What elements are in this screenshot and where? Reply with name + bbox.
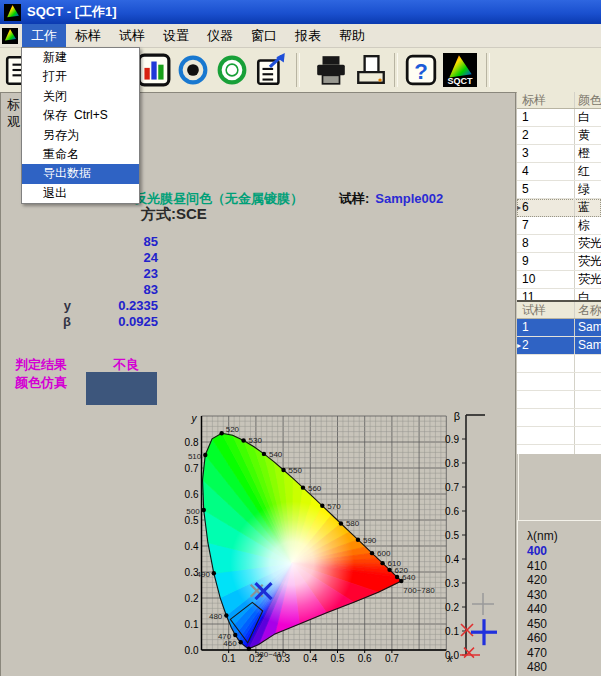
row-name: 白 [578, 109, 590, 126]
export-document-icon [254, 53, 288, 87]
value-number: 23 [144, 266, 158, 281]
svg-text:β: β [454, 410, 460, 422]
menu-item[interactable]: 设置 [154, 24, 198, 48]
table-row[interactable] [517, 391, 601, 409]
menu-item[interactable]: 标样 [66, 24, 110, 48]
current-sample: 试样:Sample002 [339, 190, 443, 208]
svg-text:0.1: 0.1 [185, 619, 199, 630]
menu-item[interactable]: 试样 [110, 24, 154, 48]
right-panel: 标样颜色1白2黄3橙4红5绿▸6蓝7棕8荧光黄9荧光橙10荧光红11白 试样名称… [515, 92, 601, 676]
row-name: 橙 [578, 145, 590, 162]
row-name: 绿 [578, 181, 590, 198]
table-row[interactable]: 1Sample001 [517, 319, 601, 337]
file-menu-item[interactable]: 新建 [22, 48, 139, 67]
svg-text:?: ? [414, 59, 428, 84]
help-button[interactable]: ? [402, 52, 440, 88]
standard-row-label: 标 [7, 96, 20, 114]
wavelength-item[interactable]: 400 [527, 544, 601, 559]
color-simulation-patch [86, 372, 157, 405]
table-row[interactable] [517, 373, 601, 391]
row-number: 标样 [522, 92, 546, 108]
row-name: 黄 [578, 127, 590, 144]
svg-text:580: 580 [346, 519, 360, 528]
table-row[interactable]: 7棕 [517, 217, 601, 235]
svg-text:490: 490 [196, 570, 210, 579]
value-row: 85 [1, 234, 159, 250]
observer-row-label: 观 [7, 113, 20, 131]
svg-text:0.8: 0.8 [185, 437, 199, 448]
file-menu-item[interactable]: 打开 [22, 67, 139, 86]
table-row[interactable]: 11白 [517, 289, 601, 302]
table-row[interactable]: 4红 [517, 163, 601, 181]
row-number: 10 [522, 271, 535, 288]
chart-view-button[interactable] [135, 52, 173, 88]
print-button[interactable] [312, 52, 350, 88]
export-report-button[interactable] [252, 52, 290, 88]
wavelength-item[interactable]: 420 [527, 573, 601, 588]
wavelength-item[interactable]: 430 [527, 588, 601, 603]
table-row[interactable] [517, 445, 601, 454]
table-row[interactable]: ▸6蓝 [517, 199, 601, 217]
table-row[interactable]: ▸2Sample002 [517, 337, 601, 355]
table-row[interactable] [517, 355, 601, 373]
wavelength-item[interactable]: 460 [527, 631, 601, 646]
svg-text:0.9: 0.9 [445, 434, 459, 445]
menu-item[interactable]: 工作 [22, 24, 66, 48]
svg-text:600: 600 [377, 549, 391, 558]
svg-text:470: 470 [218, 632, 232, 641]
svg-text:0.1: 0.1 [445, 626, 459, 637]
value-number: 0.2335 [118, 298, 158, 313]
menu-item[interactable]: 帮助 [330, 24, 374, 48]
row-name: 荧光红 [578, 271, 601, 288]
svg-text:550: 550 [289, 466, 303, 475]
value-label: β [63, 314, 71, 329]
ring-measure-icon [214, 52, 250, 88]
about-sqct-button[interactable]: SQCT [441, 52, 479, 88]
document-icon [2, 28, 18, 44]
table-row[interactable] [517, 409, 601, 427]
wavelength-item[interactable]: 480 [527, 660, 601, 675]
value-number: 0.0925 [118, 314, 158, 329]
file-menu-item[interactable]: 退出 [22, 184, 139, 203]
wavelength-item[interactable]: 470 [527, 646, 601, 661]
file-menu-item[interactable]: 关闭 [22, 87, 139, 106]
svg-text:480: 480 [209, 612, 223, 621]
row-name: Sample002 [578, 337, 601, 354]
file-menu-item[interactable]: 重命名 [22, 145, 139, 164]
table-row[interactable]: 3橙 [517, 145, 601, 163]
value-label: y [64, 298, 71, 313]
svg-text:0.4: 0.4 [185, 541, 199, 552]
svg-text:0.5: 0.5 [185, 515, 199, 526]
table-row[interactable]: 10荧光红 [517, 271, 601, 289]
file-menu-item[interactable]: 保存Ctrl+S [22, 106, 139, 125]
table-row[interactable]: 1白 [517, 109, 601, 127]
svg-text:540: 540 [269, 450, 283, 459]
table-row[interactable]: 9荧光橙 [517, 253, 601, 271]
row-name: 颜色 [578, 92, 601, 108]
table-row[interactable]: 8荧光黄 [517, 235, 601, 253]
table-row: 标样颜色 [517, 92, 601, 109]
row-name: 棕 [578, 217, 590, 234]
svg-text:570: 570 [327, 502, 341, 511]
file-menu-item[interactable]: 另存为 [22, 126, 139, 145]
wavelength-item[interactable]: 410 [527, 559, 601, 574]
wavelength-item[interactable]: 440 [527, 602, 601, 617]
measure-standard-button[interactable] [174, 52, 212, 88]
menu-item[interactable]: 报表 [286, 24, 330, 48]
svg-text:0.2: 0.2 [185, 593, 199, 604]
table-row[interactable]: 2黄 [517, 127, 601, 145]
sqct-logo-icon: SQCT [443, 53, 477, 87]
file-menu-item[interactable]: 导出数据 [22, 164, 139, 183]
measure-sample-button[interactable] [213, 52, 251, 88]
table-row[interactable] [517, 427, 601, 445]
row-name: 荧光橙 [578, 253, 601, 270]
print-preview-button[interactable] [352, 52, 390, 88]
row-number: 6 [522, 199, 529, 216]
svg-text:0.1: 0.1 [222, 653, 236, 664]
table-row[interactable]: 5绿 [517, 181, 601, 199]
value-row: 83 [1, 282, 159, 298]
menu-item[interactable]: 窗口 [242, 24, 286, 48]
wavelength-item[interactable]: 450 [527, 617, 601, 632]
svg-text:520: 520 [226, 425, 240, 434]
menu-item[interactable]: 仪器 [198, 24, 242, 48]
